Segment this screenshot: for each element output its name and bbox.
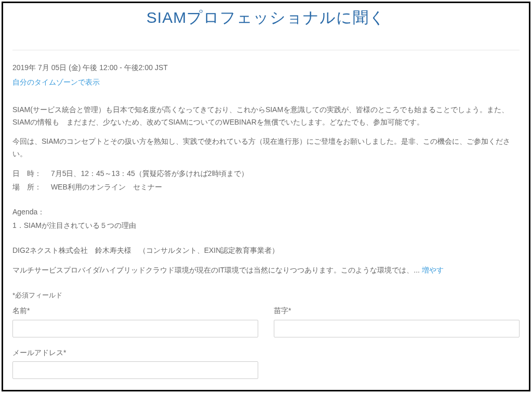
first-name-input[interactable] [12,320,258,337]
last-name-input[interactable] [274,320,520,337]
timezone-link[interactable]: 自分のタイムゾーンで表示 [12,76,100,88]
first-name-label: 名前* [12,305,258,316]
last-name-label: 苗字* [274,305,520,316]
speaker-line: DIG2ネクスト株式会社 鈴木寿夫様 （コンサルタント、EXIN認定教育事業者） [12,245,520,257]
email-label: メールアドレス* [12,347,258,358]
required-field-note: *必須フィールド [12,290,520,301]
show-more-link[interactable]: 増やす [422,266,444,274]
desc-paragraph-1: SIAM(サービス統合と管理）も日本で知名度が高くなってきており、これからSIA… [12,104,520,129]
trailing-line: マルチサービスプロバイダ/ハイブリッドクラウド環境が現在のIT環境では当然になり… [12,264,520,277]
email-input[interactable] [12,361,258,379]
agenda-item-1: 1．SIAMが注目されている５つの理由 [12,220,520,232]
page-frame: SIAMプロフェッショナルに聞く 2019年 7月 05日 (金) 午後 12:… [2,2,530,391]
form-row-email: メールアドレス* [12,347,258,379]
event-description: SIAM(サービス統合と管理）も日本で知名度が高くなってきており、これからSIA… [12,104,520,277]
event-datetime: 2019年 7月 05日 (金) 午後 12:00 - 午後2:00 JST [12,62,520,73]
desc-date-detail: 日 時： 7月5日、12：45～13：45（質疑応答が多ければ2時頃まで） [12,168,520,180]
form-row-name: 名前* 苗字* [12,305,520,337]
desc-place-detail: 場 所： WEB利用のオンライン セミナー [12,181,520,194]
agenda-label: Agenda： [12,206,520,219]
page-title: SIAMプロフェッショナルに聞く [12,5,520,30]
desc-paragraph-2: 今回は、SIAMのコンセプトとその扱い方を熟知し、実践で使われている方（現在進行… [12,135,520,160]
trailing-text: マルチサービスプロバイダ/ハイブリッドクラウド環境が現在のIT環境では当然になり… [12,266,422,274]
divider [12,50,520,50]
